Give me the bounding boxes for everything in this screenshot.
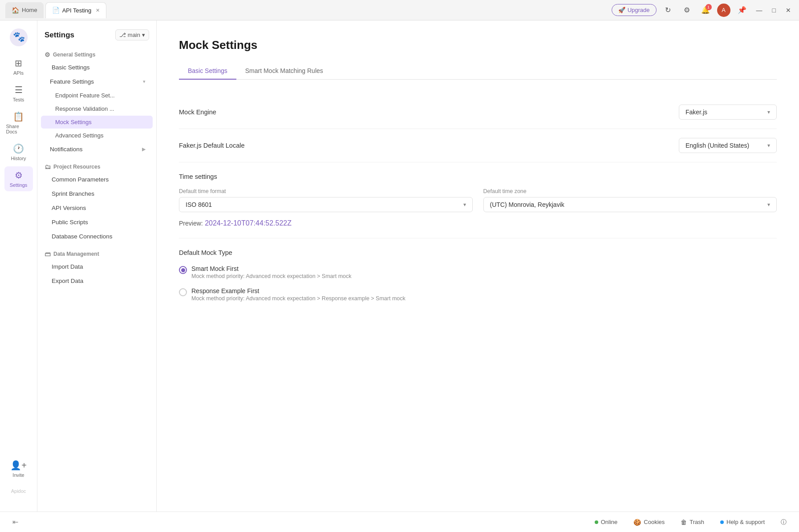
sidebar-item-invite[interactable]: 👤+ Invite	[4, 456, 33, 481]
svg-text:🐾: 🐾	[12, 31, 25, 43]
sidebar-item-apis[interactable]: ⊞ APIs	[4, 54, 33, 79]
radio-checked-icon[interactable]	[179, 266, 187, 274]
sidebar-item-import-data[interactable]: Import Data	[41, 260, 153, 274]
time-zone-select[interactable]: (UTC) Monrovia, Reykjavik ▾	[483, 197, 777, 212]
bottom-left: ⇤	[9, 516, 22, 528]
content-tabs: Basic Settings Smart Mock Matching Rules	[179, 63, 777, 80]
tab-close-icon[interactable]: ✕	[96, 8, 100, 13]
file-icon: 📄	[52, 7, 60, 14]
icon-sidebar-bottom: 👤+ Invite Apidoc	[4, 456, 33, 504]
bottom-actions: Online 🍪 Cookies 🗑 Trash Help & support …	[591, 516, 790, 528]
mock-engine-label: Mock Engine	[179, 109, 216, 116]
time-format-col: Default time format ISO 8601 ▾	[179, 188, 473, 212]
sidebar-item-common-parameters[interactable]: Common Parameters	[41, 173, 153, 186]
sidebar-sub-endpoint-feature[interactable]: Endpoint Feature Set...	[41, 89, 153, 102]
titlebar: 🏠 Home 📄 API Testing ✕ 🚀 Upgrade ↻ ⚙ 🔔 1…	[0, 0, 799, 20]
more-info-button[interactable]: ⓘ	[777, 516, 790, 528]
chevron-down-icon: ▾	[143, 79, 146, 85]
tab-smart-mock[interactable]: Smart Mock Matching Rules	[236, 63, 332, 80]
sidebar-item-share-docs[interactable]: 📋 Share Docs	[4, 108, 33, 138]
tab-api-testing[interactable]: 📄 API Testing ✕	[45, 2, 107, 18]
sidebar-item-sprint-branches[interactable]: Sprint Branches	[41, 187, 153, 201]
settings-sidebar-title: Settings	[45, 31, 74, 40]
tests-icon: ☰	[15, 85, 23, 95]
preview-label: Preview:	[179, 220, 203, 227]
preview-row: Preview: 2024-12-10T07:44:52.522Z	[179, 219, 777, 227]
time-zone-label: Default time zone	[483, 188, 777, 194]
cookies-icon: 🍪	[633, 519, 641, 526]
branch-icon: ⎇	[119, 32, 126, 38]
invite-icon: 👤+	[10, 460, 27, 471]
sidebar-item-apidoc[interactable]: Apidoc	[4, 485, 33, 497]
sidebar-item-basic-settings[interactable]: Basic Settings	[41, 60, 153, 74]
faker-locale-select[interactable]: English (United States) ▾	[679, 138, 777, 153]
chevron-down-icon: ▾	[142, 32, 145, 38]
sidebar-item-database-connections[interactable]: Database Connections	[41, 230, 153, 243]
project-resources-icon: 🗂	[45, 163, 51, 170]
radio-smart-mock-first[interactable]: Smart Mock First Mock method priority: A…	[179, 265, 777, 279]
sidebar-item-public-scripts[interactable]: Public Scripts	[41, 215, 153, 229]
sidebar-sub-response-validation[interactable]: Response Validation ...	[41, 102, 153, 115]
response-example-first-label: Response Example First	[191, 287, 406, 294]
sidebar-sub-advanced-settings[interactable]: Advanced Settings	[41, 129, 153, 142]
help-dot	[720, 520, 724, 524]
apidoc-icon: Apidoc	[11, 488, 26, 494]
settings-icon: ⚙	[15, 170, 23, 181]
chevron-down-icon: ▾	[767, 142, 770, 149]
radio-response-example-first[interactable]: Response Example First Mock method prior…	[179, 287, 777, 302]
trash-button[interactable]: 🗑 Trash	[677, 517, 708, 528]
app-logo: 🐾	[9, 28, 28, 47]
refresh-button[interactable]: ↻	[661, 3, 675, 17]
preview-value: 2024-12-10T07:44:52.522Z	[205, 219, 292, 227]
sidebar-item-tests[interactable]: ☰ Tests	[4, 81, 33, 106]
mock-engine-select[interactable]: Faker.js ▾	[679, 105, 777, 120]
general-settings-section-label: ⚙ General Settings	[37, 48, 156, 60]
smart-mock-first-desc: Mock method priority: Advanced mock expe…	[191, 273, 352, 279]
smart-mock-first-label: Smart Mock First	[191, 265, 352, 272]
settings-sidebar: Settings ⎇ main ▾ ⚙ General Settings Bas…	[37, 20, 157, 512]
mock-type-title: Default Mock Type	[179, 249, 777, 256]
pin-icon[interactable]: 📌	[735, 3, 749, 17]
time-format-select[interactable]: ISO 8601 ▾	[179, 197, 473, 212]
radio-unchecked-icon[interactable]	[179, 288, 187, 296]
close-button[interactable]: ✕	[783, 5, 794, 16]
notifications-button[interactable]: 🔔 1	[698, 3, 713, 17]
mock-type-section: Default Mock Type Smart Mock First Mock …	[179, 238, 777, 320]
titlebar-actions: 🚀 Upgrade ↻ ⚙ 🔔 1 A 📌 — □ ✕	[612, 3, 794, 17]
branch-selector[interactable]: ⎇ main ▾	[115, 29, 149, 40]
faker-locale-row: Faker.js Default Locale English (United …	[179, 129, 777, 162]
rocket-icon: 🚀	[618, 7, 625, 13]
help-support-button[interactable]: Help & support	[717, 517, 768, 527]
maximize-button[interactable]: □	[770, 5, 779, 16]
online-button[interactable]: Online	[591, 517, 621, 527]
tab-basic-settings[interactable]: Basic Settings	[179, 63, 236, 80]
gear-section-icon: ⚙	[45, 51, 50, 58]
data-management-icon: 🗃	[45, 250, 51, 258]
minimize-button[interactable]: —	[754, 5, 765, 16]
notification-badge: 1	[706, 4, 712, 10]
settings-gear-button[interactable]: ⚙	[680, 3, 694, 17]
history-icon: 🕐	[13, 143, 24, 154]
content-area: Mock Settings Basic Settings Smart Mock …	[157, 20, 799, 512]
sidebar-item-history[interactable]: 🕐 History	[4, 140, 33, 165]
project-resources-section-label: 🗂 Project Resources	[37, 160, 156, 172]
mock-engine-row: Mock Engine Faker.js ▾	[179, 96, 777, 129]
avatar[interactable]: A	[717, 4, 730, 17]
upgrade-button[interactable]: 🚀 Upgrade	[612, 4, 657, 16]
tab-home[interactable]: 🏠 Home	[5, 2, 44, 18]
sidebar-sub-mock-settings[interactable]: Mock Settings	[41, 116, 153, 129]
online-dot	[595, 520, 598, 524]
sidebar-item-settings[interactable]: ⚙ Settings	[4, 166, 33, 191]
faker-locale-label: Faker.js Default Locale	[179, 142, 245, 149]
cookies-button[interactable]: 🍪 Cookies	[630, 517, 668, 528]
sidebar-item-export-data[interactable]: Export Data	[41, 274, 153, 288]
tabs-area: 🏠 Home 📄 API Testing ✕	[5, 2, 612, 18]
sidebar-item-api-versions[interactable]: API Versions	[41, 201, 153, 215]
time-zone-col: Default time zone (UTC) Monrovia, Reykja…	[483, 188, 777, 212]
collapse-button[interactable]: ⇤	[9, 516, 22, 528]
sidebar-item-notifications[interactable]: Notifications ▶	[41, 142, 153, 156]
sidebar-item-feature-settings[interactable]: Feature Settings ▾	[41, 75, 153, 89]
trash-icon: 🗑	[681, 519, 687, 526]
main-layout: 🐾 ⊞ APIs ☰ Tests 📋 Share Docs 🕐 History …	[0, 20, 799, 512]
chevron-down-icon: ▾	[767, 109, 770, 115]
